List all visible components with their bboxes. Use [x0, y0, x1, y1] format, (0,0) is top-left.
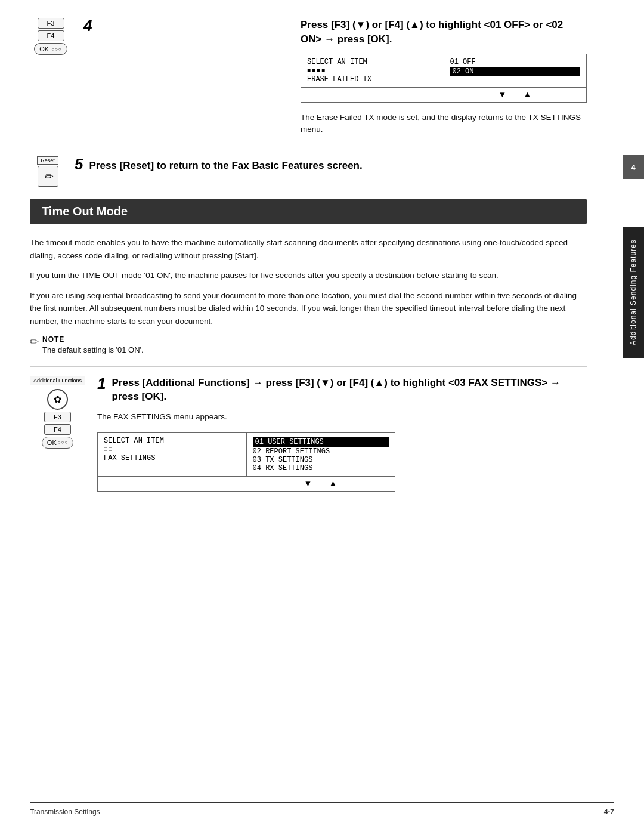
step1-title: Press [Additional Functions] → press [F3… [112, 376, 587, 404]
lcd2-right-col: 01 USER SETTINGS 02 REPORT SETTINGS 03 T… [246, 433, 395, 477]
ok-dots: ○○○ [51, 47, 62, 52]
timeout-mode-header: Time Out Mode [30, 199, 587, 224]
lcd2-nav-left [98, 476, 246, 491]
step1-ok-label: OK [47, 439, 57, 446]
lcd-nav-down: ▼ [500, 90, 504, 100]
lcd-header: SELECT AN ITEM [307, 58, 438, 66]
note-text: The default setting is '01 ON'. [42, 345, 144, 354]
lcd2-dots: □□ [104, 446, 240, 453]
step4-content: 4 [83, 18, 301, 33]
lcd-right-col: 01 OFF 02 ON [444, 54, 586, 88]
lcd-nav-up: ▲ [525, 90, 530, 100]
step4-number: 4 [83, 18, 295, 33]
step1-ok-button[interactable]: OK ○○○ [42, 437, 73, 449]
step1-f3-button[interactable]: F3 [44, 412, 71, 422]
page-wrapper: 4 Additional Sending Features F3 F4 OK ○… [0, 0, 644, 828]
chapter-tab: 4 [623, 155, 644, 179]
step1-number: 1 [97, 376, 106, 391]
step1-ok-dots: ○○○ [58, 440, 69, 445]
timeout-para3: If you are using sequential broadcasting… [30, 289, 587, 328]
footer-right: 4-7 [604, 808, 614, 816]
step1-timeout-section: Additional Functions ✿ F3 F4 OK ○○○ 1 Pr… [30, 376, 587, 500]
step1-button-group: Additional Functions ✿ F3 F4 OK ○○○ [30, 376, 85, 450]
timeout-para1: The timeout mode enables you to have the… [30, 236, 587, 262]
side-tab-text: Additional Sending Features [629, 239, 637, 345]
note-content: NOTE The default setting is '01 ON'. [42, 335, 144, 354]
step1-description: The FAX SETTINGS menu appears. [97, 411, 587, 423]
main-content: F3 F4 OK ○○○ 4 Press [F3] (▼) or [F4] (▲… [0, 0, 623, 530]
additional-functions-icon[interactable]: ✿ [47, 389, 68, 410]
lcd2-header: SELECT AN ITEM [104, 437, 240, 445]
step4-lcd: SELECT AN ITEM ■■■■ ERASE FAILED TX 01 O… [301, 54, 587, 103]
step1-main: 1 Press [Additional Functions] → press [… [97, 376, 587, 500]
step4-section: F3 F4 OK ○○○ 4 Press [F3] (▼) or [F4] (▲… [30, 18, 587, 144]
lcd2-item: FAX SETTINGS [104, 454, 240, 462]
step5-section: Reset ✏ 5 Press [Reset] to return to the… [30, 156, 587, 187]
section-divider [30, 366, 587, 367]
chapter-number: 4 [631, 163, 635, 172]
step1-f4-button[interactable]: F4 [44, 424, 71, 435]
reset-label[interactable]: Reset [37, 156, 58, 165]
page-footer: Transmission Settings 4-7 [30, 802, 614, 816]
f3-button[interactable]: F3 [38, 18, 64, 29]
footer-left: Transmission Settings [30, 808, 100, 816]
f4-button[interactable]: F4 [38, 30, 64, 41]
step4-title: Press [F3] (▼) or [F4] (▲) to highlight … [301, 18, 587, 47]
lcd2-row1-highlight: 01 USER SETTINGS [253, 437, 389, 447]
step4-main: Press [F3] (▼) or [F4] (▲) to highlight … [301, 18, 587, 144]
note-pencil-icon: ✏ [30, 335, 39, 348]
lcd2-nav-up: ▲ [330, 479, 335, 489]
lcd-left-col: SELECT AN ITEM ■■■■ ERASE FAILED TX [301, 54, 444, 88]
step5-title: Press [Reset] to return to the Fax Basic… [89, 156, 587, 173]
reset-button-group: Reset ✏ [30, 156, 66, 187]
lcd2-nav-right: ▼ ▲ [246, 476, 395, 491]
lcd2-row3: 03 TX SETTINGS [253, 456, 389, 464]
lcd2-row4: 04 RX SETTINGS [253, 464, 389, 472]
lcd-dots: ■■■■ [307, 67, 438, 74]
timeout-para2: If you turn the TIME OUT mode '01 ON', t… [30, 269, 587, 282]
additional-functions-label[interactable]: Additional Functions [30, 376, 85, 385]
lcd-row1: 01 OFF [450, 58, 581, 66]
side-tab: Additional Sending Features [623, 227, 644, 358]
note-section: ✏ NOTE The default setting is '01 ON'. [30, 335, 587, 354]
lcd-nav-right: ▼ ▲ [444, 87, 586, 102]
ok-button[interactable]: OK ○○○ [34, 43, 67, 55]
step4-description: The Erase Failed TX mode is set, and the… [301, 112, 587, 136]
step1-title-row: 1 Press [Additional Functions] → press [… [97, 376, 587, 404]
lcd2-row2: 02 REPORT SETTINGS [253, 447, 389, 456]
lcd2-nav-down: ▼ [305, 479, 310, 489]
lcd-row2-highlight: 02 ON [450, 67, 581, 76]
reset-icon[interactable]: ✏ [38, 166, 58, 187]
step5-number: 5 [75, 156, 83, 172]
note-label: NOTE [42, 335, 144, 344]
step4-button-group: F3 F4 OK ○○○ [30, 18, 72, 57]
lcd-nav-left [301, 87, 444, 102]
lcd2-left-col: SELECT AN ITEM □□ FAX SETTINGS [98, 433, 246, 477]
ok-label: OK [39, 45, 49, 52]
lcd-item: ERASE FAILED TX [307, 75, 438, 84]
step1-lcd: SELECT AN ITEM □□ FAX SETTINGS 01 USER S… [97, 432, 395, 492]
